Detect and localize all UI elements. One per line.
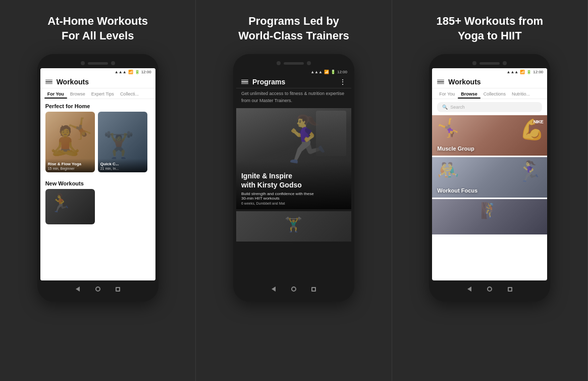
time-display-3: 12:00: [533, 70, 543, 74]
phone1-bottom-bar: [40, 280, 155, 296]
new-workout-card-1[interactable]: 🏃: [45, 189, 95, 224]
yoga-card[interactable]: 🧘 🤸 Rise & Flow Yoga 15 min, Beginner: [45, 112, 95, 172]
home-icon-1: [95, 287, 100, 292]
phone3-top-bar: [432, 61, 547, 65]
wifi-icon-2: 📶: [324, 70, 329, 74]
quick-card-title: Quick C...: [100, 162, 145, 167]
tab-expert-tips[interactable]: Expert Tips: [88, 88, 117, 99]
category-workout-focus[interactable]: 🏃‍♀️ 🤼‍♂️ Workout Focus: [432, 157, 547, 198]
back-icon-1: [76, 287, 80, 292]
time-display: 12:00: [141, 70, 151, 74]
tab-browse[interactable]: Browse: [67, 88, 88, 99]
yoga-card-title: Rise & Flow Yoga: [48, 162, 92, 167]
phone-2: ▲▲▲ 📶 🔋 12:00 Programs ⋮ Get unlimited a…: [233, 54, 354, 302]
speaker-bar-2: [284, 62, 304, 65]
app-title-3: Workouts: [448, 78, 480, 86]
phone2-screen: ▲▲▲ 📶 🔋 12:00 Programs ⋮ Get unlimited a…: [236, 68, 351, 280]
category-muscle-label: Muscle Group: [437, 146, 474, 152]
browse-search-container: 🔍 Search: [432, 99, 547, 115]
phone3-bottom-bar: [432, 280, 547, 296]
recent-button-3[interactable]: [505, 284, 514, 294]
camera-dot-3: [472, 61, 476, 65]
home-button-3[interactable]: [485, 284, 494, 294]
back-icon-3: [467, 287, 471, 292]
speaker-bar-3: [479, 62, 500, 65]
tab3-collections[interactable]: Collections: [480, 88, 509, 99]
search-box[interactable]: 🔍 Search: [437, 102, 542, 112]
second-program-card[interactable]: 🏋️‍♂️: [236, 211, 351, 242]
status-bar-2: ▲▲▲ 📶 🔋 12:00: [236, 68, 351, 75]
tab-collections[interactable]: Collecti...: [117, 88, 142, 99]
more-dots-icon[interactable]: ⋮: [339, 78, 346, 86]
yoga-card-overlay: Rise & Flow Yoga 15 min, Beginner: [45, 159, 95, 173]
panel-programs: Programs Led byWorld-Class Trainers ▲▲▲ …: [196, 0, 392, 381]
tab3-browse[interactable]: Browse: [458, 88, 480, 99]
app-title-1: Workouts: [57, 78, 89, 86]
camera-dot-3b: [503, 61, 507, 65]
hamburger-icon-3[interactable]: [437, 80, 444, 84]
home-icon-3: [487, 287, 492, 292]
speaker-bar: [88, 62, 108, 65]
phone-3: ▲▲▲ 📶 🔋 12:00 Workouts For You Browse Co…: [429, 54, 550, 302]
status-bar-3: ▲▲▲ 📶 🔋 12:00: [432, 68, 547, 75]
search-placeholder-text: Search: [450, 105, 465, 110]
nike-badge-1: NIKE: [533, 119, 544, 124]
panel3-title: 185+ Workouts fromYoga to HIIT: [436, 14, 543, 43]
time-display-2: 12:00: [337, 70, 347, 74]
new-workouts-row: 🏃: [40, 189, 155, 224]
camera-dot-2b: [307, 61, 311, 65]
hero-desc: Build strength and confidence with these…: [241, 192, 346, 201]
program-hero-card[interactable]: 🏃‍♀️ Ignite & Inspirewith Kirsty Godso B…: [236, 108, 351, 209]
battery-icon-3: 🔋: [526, 70, 531, 74]
screen-content-1: Perfect for Home 🧘 🤸 Rise & Flow Yoga 15…: [40, 99, 155, 280]
home-icon-2: [291, 287, 296, 292]
hamburger-icon[interactable]: [45, 80, 52, 84]
app-title-2: Programs: [252, 78, 285, 86]
app-bar-2: Programs ⋮: [236, 75, 351, 88]
recent-icon-2: [311, 287, 316, 292]
section-new-workouts: New Workouts: [40, 176, 155, 189]
phone2-top-bar: [236, 61, 351, 65]
panel1-title: At-Home WorkoutsFor All Levels: [47, 14, 148, 43]
hero-title: Ignite & Inspirewith Kirsty Godso: [241, 171, 346, 189]
section-perfect-home: Perfect for Home: [40, 99, 155, 112]
camera-dot-2: [277, 61, 281, 65]
back-icon-2: [272, 287, 276, 292]
signal-icon-3: ▲▲▲: [507, 70, 519, 74]
category-focus-label: Workout Focus: [437, 187, 477, 194]
programs-description: Get unlimited access to fitness & nutrit…: [236, 88, 351, 108]
browse-categories: 💪 🤸‍♀️ Muscle Group NIKE 🏃‍♀️ 🤼‍♂️ Worko…: [432, 115, 547, 280]
hero-overlay: Ignite & Inspirewith Kirsty Godso Build …: [236, 161, 351, 209]
tab3-for-you[interactable]: For You: [436, 88, 458, 99]
camera-dot2: [111, 61, 115, 65]
home-button-2[interactable]: [289, 284, 298, 294]
category-muscle-group[interactable]: 💪 🤸‍♀️ Muscle Group NIKE: [432, 115, 547, 156]
signal-icon: ▲▲▲: [115, 70, 127, 74]
tab3-nutrition[interactable]: Nutritio...: [509, 88, 533, 99]
quick-card-overlay: Quick C... 21 min, In...: [98, 159, 147, 173]
recent-button-2[interactable]: [309, 284, 318, 294]
tab-for-you[interactable]: For You: [44, 88, 67, 99]
hamburger-icon-2[interactable]: [241, 80, 248, 84]
panel-at-home: At-Home WorkoutsFor All Levels ▲▲▲ 📶 🔋 1…: [0, 0, 196, 381]
phone1-top-bar: [40, 61, 155, 65]
yoga-card-subtitle: 15 min, Beginner: [48, 167, 92, 170]
back-button-1[interactable]: [73, 284, 82, 294]
quick-card[interactable]: 🏋️ Quick C... 21 min, In...: [98, 112, 147, 172]
wifi-icon-3: 📶: [520, 70, 525, 74]
home-button-1[interactable]: [93, 284, 102, 294]
phone-1: ▲▲▲ 📶 🔋 12:00 Workouts For You Browse Ex…: [37, 54, 158, 302]
recent-button-1[interactable]: [114, 284, 123, 294]
tabs-row-3: For You Browse Collections Nutritio...: [432, 88, 547, 99]
panel-browse: 185+ Workouts fromYoga to HIIT ▲▲▲ 📶 🔋 1…: [392, 0, 588, 381]
status-bar-1: ▲▲▲ 📶 🔋 12:00: [40, 68, 155, 75]
quick-card-subtitle: 21 min, In...: [100, 167, 145, 170]
app-bar-1: Workouts: [40, 75, 155, 88]
back-button-2[interactable]: [269, 284, 278, 294]
back-button-3[interactable]: [465, 284, 474, 294]
category-extra[interactable]: 🧗: [432, 199, 547, 234]
app-bar-3: Workouts: [432, 75, 547, 88]
workout-cards-row: 🧘 🤸 Rise & Flow Yoga 15 min, Beginner 🏋️: [40, 112, 155, 176]
extra-bg: 🧗: [432, 199, 547, 234]
recent-icon-1: [116, 287, 120, 292]
